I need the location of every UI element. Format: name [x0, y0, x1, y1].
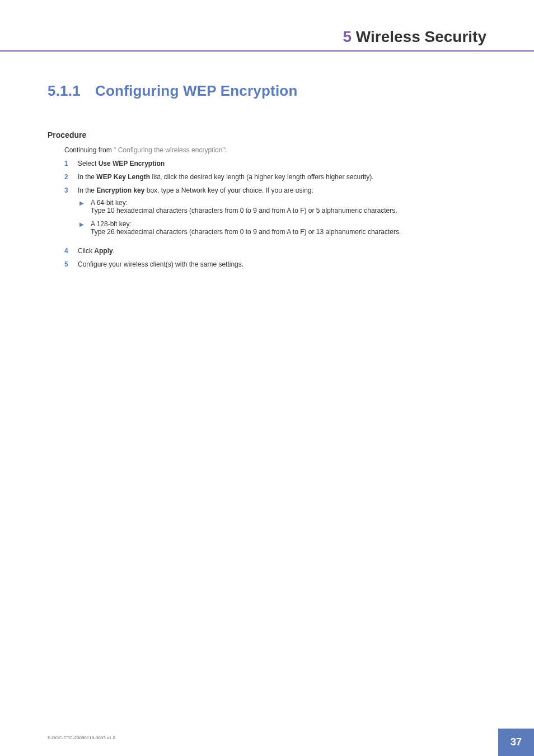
step-content: In the Encryption key box, type a Networ… [78, 186, 486, 241]
step-prefix: In the [78, 186, 96, 194]
step-prefix: Configure your wireless client(s) with t… [78, 260, 243, 268]
bullet-desc: Type 10 hexadecimal characters (characte… [91, 207, 397, 214]
page-footer: E-DOC-CTC-20080118-0003 v1.0 37 [0, 729, 534, 756]
intro-link[interactable]: " Configuring the wireless encryption" [114, 146, 225, 154]
bullet-item: ▶ A 128-bit key: Type 26 hexadecimal cha… [79, 220, 486, 236]
step-suffix: . [113, 247, 115, 255]
step-prefix: Select [78, 160, 99, 167]
step-prefix: In the [78, 173, 96, 181]
section-heading: 5.1.1Configuring WEP Encryption [48, 82, 486, 100]
bullet-title: A 128-bit key: [91, 220, 132, 228]
triangle-icon: ▶ [79, 199, 91, 206]
steps-list: 1 Select Use WEP Encryption 2 In the WEP… [64, 160, 486, 268]
bullet-content: A 64-bit key: Type 10 hexadecimal charac… [91, 199, 486, 214]
chapter-title: Wireless Security [352, 28, 486, 45]
step-item: 1 Select Use WEP Encryption [64, 160, 486, 167]
procedure-block: Continuing from " Configuring the wirele… [64, 146, 486, 268]
step-item: 2 In the WEP Key Length list, click the … [64, 173, 486, 181]
step-number: 3 [64, 186, 78, 194]
step-number: 2 [64, 173, 78, 181]
step-number: 5 [64, 260, 78, 268]
step-bold: Encryption key [96, 186, 144, 194]
step-prefix: Click [78, 247, 94, 255]
step-bold: Apply [94, 247, 113, 255]
page-content: 5.1.1Configuring WEP Encryption Procedur… [0, 52, 534, 268]
triangle-icon: ▶ [79, 220, 91, 227]
step-suffix: box, type a Network key of your choice. … [144, 186, 313, 194]
bullet-content: A 128-bit key: Type 26 hexadecimal chara… [91, 220, 486, 236]
step-content: Select Use WEP Encryption [78, 160, 486, 167]
bullet-title: A 64-bit key: [91, 199, 128, 207]
procedure-heading: Procedure [48, 130, 486, 139]
step-content: In the WEP Key Length list, click the de… [78, 173, 486, 181]
step-item: 3 In the Encryption key box, type a Netw… [64, 186, 486, 241]
intro-suffix: : [225, 146, 227, 154]
step-item: 5 Configure your wireless client(s) with… [64, 260, 486, 268]
chapter-number: 5 [343, 28, 352, 45]
intro-prefix: Continuing from [64, 146, 114, 154]
step-bold: WEP Key Length [96, 173, 150, 181]
section-number: 5.1.1 [48, 82, 95, 100]
page-header: 5 Wireless Security [0, 0, 534, 52]
section-title: Configuring WEP Encryption [95, 82, 297, 99]
step-suffix: list, click the desired key length (a hi… [150, 173, 373, 181]
bullet-desc: Type 26 hexadecimal characters (characte… [91, 228, 401, 236]
page-number: 37 [498, 729, 534, 756]
step-number: 4 [64, 247, 78, 255]
bullet-item: ▶ A 64-bit key: Type 10 hexadecimal char… [79, 199, 486, 214]
step-bold: Use WEP Encryption [99, 160, 165, 167]
step-content: Click Apply. [78, 247, 486, 255]
step-item: 4 Click Apply. [64, 247, 486, 255]
intro-text: Continuing from " Configuring the wirele… [64, 146, 486, 154]
step-content: Configure your wireless client(s) with t… [78, 260, 486, 268]
document-id: E-DOC-CTC-20080118-0003 v1.0 [0, 735, 115, 756]
step-number: 1 [64, 160, 78, 167]
bullet-list: ▶ A 64-bit key: Type 10 hexadecimal char… [78, 199, 486, 236]
